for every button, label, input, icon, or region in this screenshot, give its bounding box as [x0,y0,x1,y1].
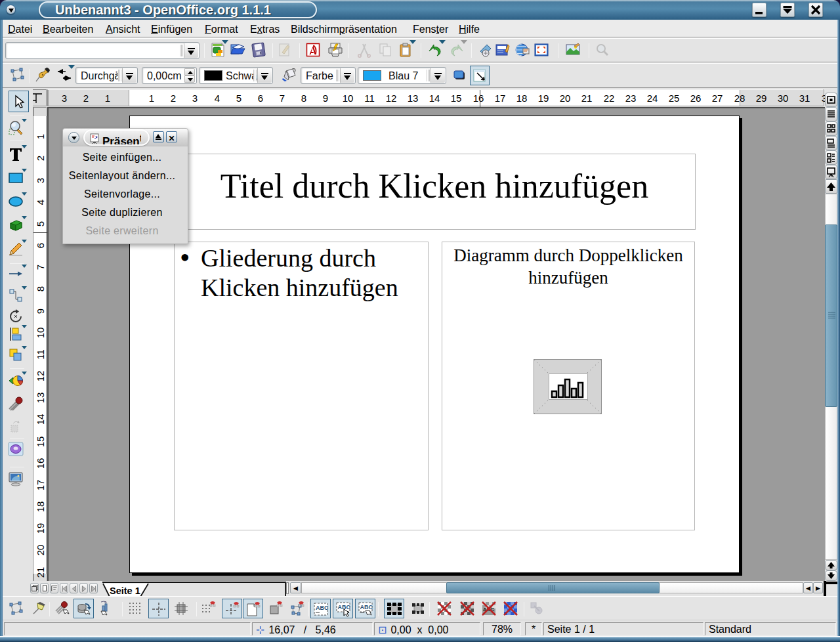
svg-text:ABC: ABC [360,604,373,610]
svg-text:ABC: ABC [316,605,329,611]
svg-text:Seite 1: Seite 1 [110,586,140,596]
